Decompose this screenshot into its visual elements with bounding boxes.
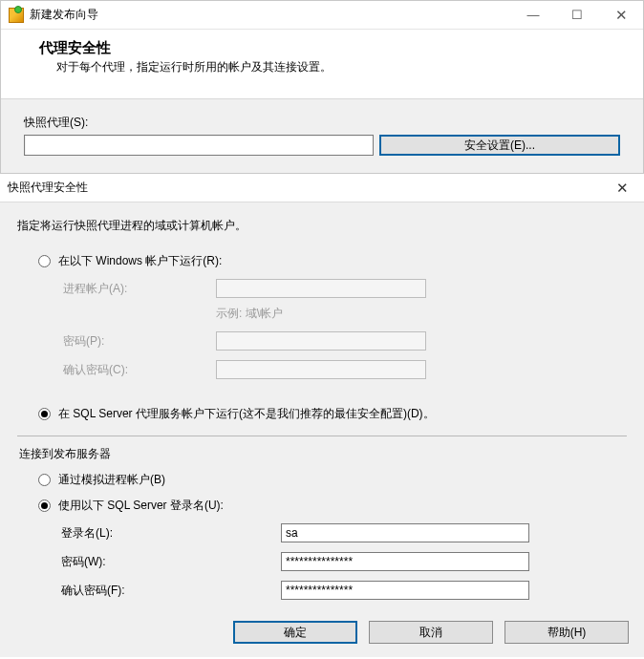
connect-impersonate-label: 通过模拟进程帐户(B) [58, 472, 165, 488]
connect-sql-login-label: 使用以下 SQL Server 登录名(U): [58, 498, 224, 514]
run-as-windows-label: 在以下 Windows 帐户下运行(R): [58, 253, 222, 269]
process-account-input [216, 279, 426, 298]
dialog-close-button[interactable]: ✕ [600, 180, 644, 197]
wizard-titlebar: 新建发布向导 — ☐ ✕ [1, 1, 643, 30]
run-as-windows-radio[interactable] [38, 255, 51, 267]
run-as-sql-agent-label: 在 SQL Server 代理服务帐户下运行(这不是我们推荐的最佳安全配置)(D… [58, 406, 435, 422]
run-confirm-password-input [216, 360, 426, 379]
dialog-buttons: 确定 取消 帮助(H) [0, 613, 644, 644]
ok-button[interactable]: 确定 [233, 621, 357, 644]
connect-group: 通过模拟进程帐户(B) 使用以下 SQL Server 登录名(U): 登录名(… [17, 472, 627, 600]
connect-sql-login-radio[interactable] [38, 500, 51, 512]
run-as-group: 在以下 Windows 帐户下运行(R): 进程帐户(A): 示例: 域\帐户 … [17, 253, 627, 422]
dialog-titlebar: 快照代理安全性 ✕ [0, 174, 644, 202]
publish-wizard-window: 新建发布向导 — ☐ ✕ 代理安全性 对于每个代理，指定运行时所用的帐户及其连接… [0, 0, 644, 174]
wizard-header-title: 代理安全性 [39, 39, 628, 57]
dialog-instruction: 指定将运行快照代理进程的域或计算机帐户。 [17, 218, 627, 234]
wizard-body: 快照代理(S): 安全设置(E)... [1, 99, 643, 173]
connect-password-input[interactable] [281, 552, 529, 571]
snapshot-agent-input[interactable] [24, 135, 374, 156]
maximize-button[interactable]: ☐ [555, 1, 599, 29]
connect-confirm-password-input[interactable] [281, 581, 529, 600]
run-confirm-password-label: 确认密码(C): [63, 362, 216, 378]
wizard-header-subtitle: 对于每个代理，指定运行时所用的帐户及其连接设置。 [56, 59, 628, 75]
login-name-label: 登录名(L): [61, 525, 281, 542]
process-account-hint: 示例: 域\帐户 [216, 306, 426, 322]
connect-section-title: 连接到发布服务器 [19, 446, 627, 462]
security-settings-button[interactable]: 安全设置(E)... [379, 135, 620, 156]
close-button[interactable]: ✕ [599, 1, 643, 29]
run-password-input [216, 331, 426, 351]
run-password-label: 密码(P): [63, 333, 216, 350]
snapshot-agent-security-dialog: 快照代理安全性 ✕ 指定将运行快照代理进程的域或计算机帐户。 在以下 Windo… [0, 174, 644, 657]
cancel-button[interactable]: 取消 [369, 621, 493, 644]
minimize-button[interactable]: — [511, 1, 555, 29]
connect-password-label: 密码(W): [61, 554, 281, 570]
wizard-title: 新建发布向导 [30, 7, 98, 23]
login-name-input[interactable] [281, 523, 529, 542]
process-account-label: 进程帐户(A): [63, 281, 216, 297]
run-as-sql-agent-radio[interactable] [38, 408, 51, 420]
connect-impersonate-radio[interactable] [38, 474, 51, 486]
help-button[interactable]: 帮助(H) [504, 621, 629, 644]
dialog-title: 快照代理安全性 [8, 180, 88, 196]
snapshot-agent-label: 快照代理(S): [24, 115, 620, 131]
wizard-icon [9, 8, 24, 23]
wizard-header: 代理安全性 对于每个代理，指定运行时所用的帐户及其连接设置。 [1, 30, 643, 99]
separator [17, 436, 627, 436]
connect-confirm-password-label: 确认密码(F): [61, 583, 281, 599]
